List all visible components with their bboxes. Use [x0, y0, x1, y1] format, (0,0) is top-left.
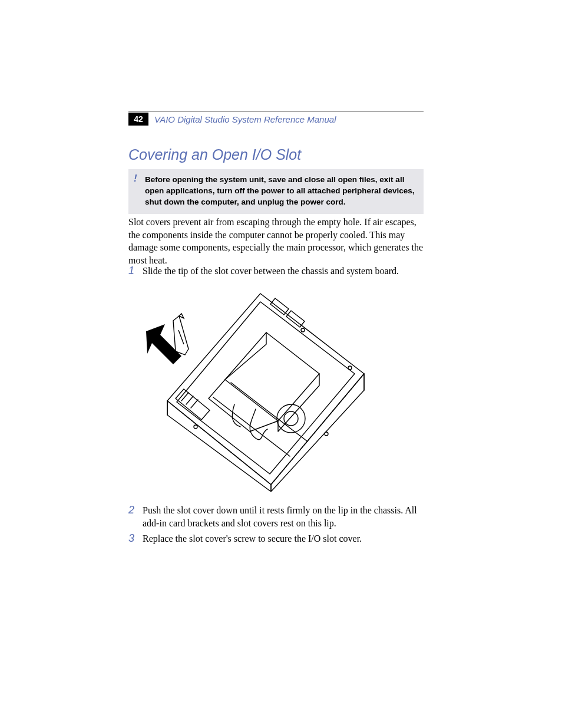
step-2: 2 Push the slot cover down until it rest…	[128, 504, 424, 529]
chassis-illustration	[143, 285, 377, 492]
svg-point-5	[194, 425, 197, 429]
svg-point-1	[284, 411, 298, 426]
warning-icon: !	[134, 173, 137, 185]
step-1-text: Slide the tip of the slot cover between …	[143, 265, 424, 278]
intro-paragraph: Slot covers prevent air from escaping th…	[128, 216, 424, 266]
step-3-text: Replace the slot cover's screw to secure…	[143, 532, 424, 545]
warning-box: ! Before opening the system unit, save a…	[128, 169, 424, 214]
chassis-svg-icon	[143, 285, 377, 492]
step-1: 1 Slide the tip of the slot cover betwee…	[128, 265, 424, 278]
page-number: 42	[134, 114, 143, 124]
header-rule	[128, 111, 424, 111]
svg-point-3	[301, 328, 305, 332]
section-title: Covering an Open I/O Slot	[128, 146, 301, 163]
step-2-text: Push the slot cover down until it rests …	[143, 504, 424, 529]
step-3-number: 3	[128, 531, 134, 545]
svg-point-2	[348, 366, 352, 370]
svg-point-4	[325, 432, 328, 436]
running-head: VAIO Digital Studio System Reference Man…	[154, 114, 336, 124]
manual-page: 42 VAIO Digital Studio System Reference …	[0, 0, 562, 728]
step-2-number: 2	[128, 503, 134, 517]
warning-text: Before opening the system unit, save and…	[145, 175, 415, 206]
step-3: 3 Replace the slot cover's screw to secu…	[128, 532, 424, 545]
page-number-box: 42	[128, 113, 148, 126]
step-1-number: 1	[128, 263, 134, 278]
